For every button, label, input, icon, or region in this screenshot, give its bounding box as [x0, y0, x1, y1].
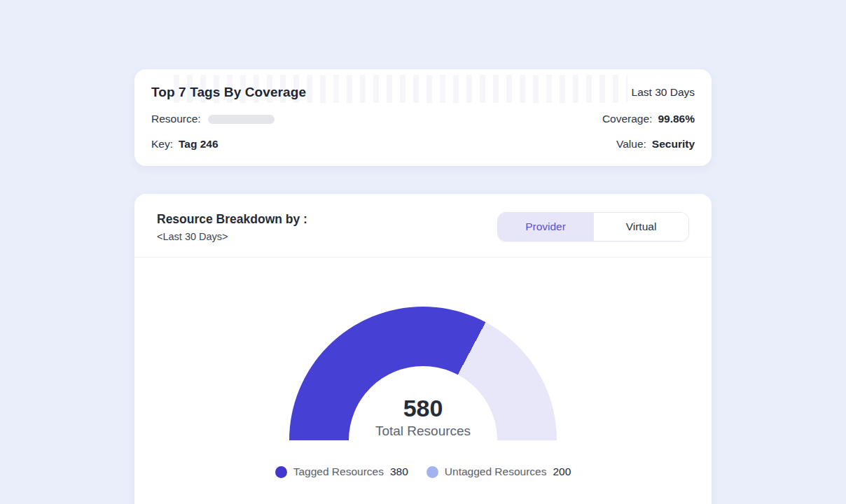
chart-legend: Tagged Resources 380 Untagged Resources … [275, 465, 571, 478]
legend-item-untagged[interactable]: Untagged Resources 200 [427, 465, 571, 478]
key-value: Tag 246 [179, 138, 219, 150]
resource-breakdown-card: Resource Breakdown by : <Last 30 Days> P… [134, 194, 712, 504]
tagged-legend-dot-icon [275, 466, 287, 478]
coverage-card-header-row: Top 7 Tags By Coverage Last 30 Days [151, 85, 695, 100]
gauge-center: 580 Total Resources [349, 366, 497, 440]
period-label: Last 30 Days [632, 86, 695, 99]
gauge-chart-area: 580 Total Resources Tagged Resources 380… [134, 307, 712, 478]
tagged-legend-value: 380 [390, 465, 408, 478]
untagged-legend-label: Untagged Resources [445, 465, 547, 478]
breakdown-header: Resource Breakdown by : <Last 30 Days> P… [134, 194, 712, 257]
coverage-value: 99.86% [658, 113, 695, 125]
untagged-legend-dot-icon [427, 466, 438, 478]
coverage-card-title: Top 7 Tags By Coverage [151, 85, 306, 100]
breakdown-title: Resource Breakdown by : [157, 212, 307, 227]
half-donut-chart: 580 Total Resources [289, 307, 557, 440]
value-value: Security [652, 138, 695, 150]
untagged-legend-value: 200 [553, 465, 571, 478]
coverage-summary-card: Top 7 Tags By Coverage Last 30 Days Reso… [134, 69, 712, 166]
coverage-label: Coverage: [602, 113, 653, 125]
toggle-option-virtual[interactable]: Virtual [593, 213, 688, 241]
key-label: Key: [151, 138, 173, 150]
value-label: Value: [616, 138, 646, 150]
gauge-total-value: 580 [403, 396, 443, 421]
resource-value-skeleton [208, 115, 275, 124]
coverage-card-row-key: Key: Tag 246 Value: Security [151, 138, 695, 150]
gauge-total-label: Total Resources [375, 424, 471, 439]
legend-item-tagged[interactable]: Tagged Resources 380 [275, 465, 408, 478]
toggle-option-provider[interactable]: Provider [498, 213, 593, 241]
breakdown-subtitle: <Last 30 Days> [157, 231, 307, 242]
resource-label: Resource: [151, 113, 201, 125]
coverage-card-row-resource: Resource: Coverage: 99.86% [151, 113, 695, 125]
breakdown-view-toggle: Provider Virtual [497, 212, 689, 241]
breakdown-title-block: Resource Breakdown by : <Last 30 Days> [157, 212, 307, 242]
header-divider [134, 257, 712, 258]
tagged-legend-label: Tagged Resources [293, 465, 384, 478]
